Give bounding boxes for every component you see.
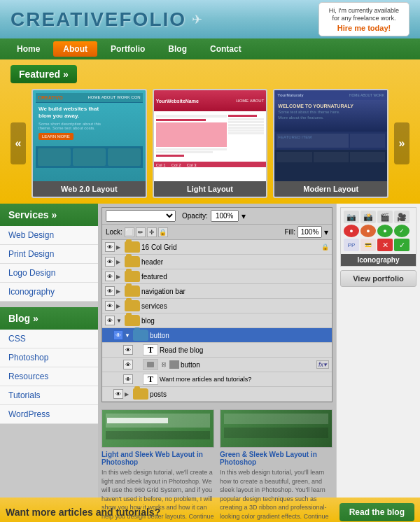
arrow-16col[interactable]: ▶ xyxy=(116,244,123,251)
featured-header: Featured » xyxy=(10,65,410,83)
sidebar-photoshop[interactable]: Photoshop xyxy=(0,348,98,367)
lock-position-icon[interactable]: ✛ xyxy=(147,227,157,237)
icon-film: 🎥 xyxy=(394,211,410,223)
sidebar: Services » Web Design Print Design Logo … xyxy=(0,204,98,498)
layer-header[interactable]: 👁 ▶ header xyxy=(102,255,332,269)
eye-16col[interactable]: 👁 xyxy=(105,242,115,252)
layer-read-blog[interactable]: 👁 T Read the blog xyxy=(102,343,332,358)
featured-item-light[interactable]: YourWebsiteName HOME ABOUT xyxy=(153,89,268,198)
mask-thumb xyxy=(169,360,179,369)
layer-16col[interactable]: 👁 ▶ 16 Col Grid 🔒 xyxy=(102,240,332,255)
featured-item-web20[interactable]: CREATIVO HOME ABOUT WORK CON We build we… xyxy=(31,89,147,198)
chain-icon: ⛓ xyxy=(161,362,167,368)
sidebar-web-design[interactable]: Web Design xyxy=(0,226,98,245)
icon-card: 💳 xyxy=(360,239,376,251)
read-blog-button[interactable]: Read the blog xyxy=(340,503,414,521)
eye-button[interactable]: 👁 xyxy=(113,330,123,340)
layer-button-img[interactable]: 👁 ⛓ button fx▾ xyxy=(102,358,332,372)
layer-button[interactable]: 👁 ▼ button xyxy=(102,328,332,343)
opacity-arrow[interactable]: ▾ xyxy=(241,211,246,221)
layer-16col-label: 16 Col Grid xyxy=(141,244,320,251)
opacity-label: Opacity: xyxy=(182,212,208,220)
arrow-services[interactable]: ▶ xyxy=(116,303,123,309)
icon-circle-green2: ✓ xyxy=(394,225,410,237)
layer-posts[interactable]: 👁 ▶ posts xyxy=(102,387,332,402)
ps-layers-panel: Pass Through Opacity: ▾ Lock: ⬜ ✏ ✛ 🔒 Fi… xyxy=(102,207,332,402)
sidebar-iconography[interactable]: Iconography xyxy=(0,283,98,302)
folder-icon-featured xyxy=(125,271,140,282)
blend-mode-select[interactable]: Pass Through xyxy=(106,210,176,222)
sidebar-print-design[interactable]: Print Design xyxy=(0,245,98,264)
sidebar-logo-design[interactable]: Logo Design xyxy=(0,264,98,283)
eye-button-img[interactable]: 👁 xyxy=(123,360,133,369)
eye-header[interactable]: 👁 xyxy=(105,257,115,267)
carousel-next[interactable]: » xyxy=(394,122,410,164)
nav-home[interactable]: Home xyxy=(7,41,50,57)
featured-badge[interactable]: Featured » xyxy=(10,65,77,83)
text-icon-want-more: T xyxy=(143,374,158,385)
sidebar-tutorials[interactable]: Tutorials xyxy=(0,386,98,405)
arrow-button[interactable]: ▼ xyxy=(125,332,132,339)
site-header: CREATIVEFOLIO ✈ Hi, I'm currently availa… xyxy=(0,0,420,38)
featured-item-modern[interactable]: YourNaturaly HOME ABOUT WORK WELCOME TO … xyxy=(273,89,388,198)
layer-services[interactable]: 👁 ▶ services xyxy=(102,299,332,313)
fill-input[interactable] xyxy=(298,226,322,238)
blog-post-2: Green & Sleek Web Layout in Photoshop In… xyxy=(220,409,332,522)
featured-items: CREATIVO HOME ABOUT WORK CON We build we… xyxy=(31,89,388,198)
hire-link[interactable]: Hire me today! xyxy=(326,24,402,32)
eye-read-blog[interactable]: 👁 xyxy=(123,345,133,355)
fill-label: Fill: xyxy=(284,228,295,236)
layer-want-more-label: Want more articles and tutorials? xyxy=(160,376,329,383)
sidebar-resources[interactable]: Resources xyxy=(0,367,98,386)
eye-services[interactable]: 👁 xyxy=(105,301,115,311)
lock-image-icon[interactable]: ✏ xyxy=(136,227,146,237)
layer-button-img-label: button xyxy=(181,361,314,369)
arrow-posts[interactable]: ▶ xyxy=(125,391,132,397)
opacity-input[interactable] xyxy=(211,210,239,222)
nav-blog[interactable]: Blog xyxy=(158,41,197,57)
folder-icon-16col xyxy=(125,241,140,253)
lock-label: Lock: xyxy=(106,228,122,236)
layer-blog[interactable]: 👁 ▼ blog xyxy=(102,313,332,328)
layer-featured[interactable]: 👁 ▶ featured xyxy=(102,269,332,284)
below-featured: Services » Web Design Print Design Logo … xyxy=(0,204,420,498)
lock-all-icon[interactable]: 🔒 xyxy=(158,227,168,237)
thumb-light: YourWebsiteName HOME ABOUT xyxy=(154,90,267,181)
nav-portfolio[interactable]: Portfolio xyxy=(101,41,155,57)
layer-header-label: header xyxy=(141,258,329,266)
icon-video: 🎬 xyxy=(377,211,393,223)
blog-header-sidebar: Blog » xyxy=(0,307,98,330)
eye-featured[interactable]: 👁 xyxy=(105,271,115,281)
arrow-navbar[interactable]: ▶ xyxy=(116,288,123,295)
paper-plane-icon: ✈ xyxy=(192,12,202,27)
caption-light: Light Layout xyxy=(154,181,267,197)
view-portfolio-btn[interactable]: View portfolio xyxy=(340,270,416,287)
arrow-header[interactable]: ▶ xyxy=(116,259,123,265)
blog-posts-grid: Light and Sleek Web Layout in Photoshop … xyxy=(102,409,332,522)
eye-posts[interactable]: 👁 xyxy=(113,389,123,399)
blog-thumb-1 xyxy=(102,409,214,448)
icon-check: ✓ xyxy=(394,239,410,251)
eye-want-more[interactable]: 👁 xyxy=(123,374,133,384)
layer-navbar[interactable]: 👁 ▶ navigation bar xyxy=(102,284,332,299)
eye-blog[interactable]: 👁 xyxy=(105,316,115,325)
center-area: Pass Through Opacity: ▾ Lock: ⬜ ✏ ✛ 🔒 Fi… xyxy=(98,204,336,498)
layer-button-label: button xyxy=(150,332,329,339)
sidebar-wordpress[interactable]: WordPress xyxy=(0,405,98,424)
caption-modern: Modern Layout xyxy=(274,181,387,197)
icon-circle-green: ● xyxy=(377,225,393,237)
iconography-title: Iconography xyxy=(341,254,416,266)
carousel-prev[interactable]: « xyxy=(10,122,26,164)
sidebar-css[interactable]: CSS xyxy=(0,330,98,348)
layer-want-more[interactable]: 👁 T Want more articles and tutorials? xyxy=(102,372,332,387)
featured-section: Featured » « CREATIVO HOME ABOUT WORK CO… xyxy=(0,59,420,204)
lock-transparent-icon[interactable]: ⬜ xyxy=(125,227,134,237)
eye-navbar[interactable]: 👁 xyxy=(105,286,115,296)
site-logo: CREATIVEFOLIO xyxy=(10,8,186,31)
arrow-blog[interactable]: ▼ xyxy=(116,318,123,324)
nav-about[interactable]: About xyxy=(53,41,97,57)
nav-contact[interactable]: Contact xyxy=(200,41,251,57)
fill-arrow[interactable]: ▾ xyxy=(324,227,328,237)
arrow-featured[interactable]: ▶ xyxy=(116,274,123,280)
services-section: Services » Web Design Print Design Logo … xyxy=(0,204,98,302)
